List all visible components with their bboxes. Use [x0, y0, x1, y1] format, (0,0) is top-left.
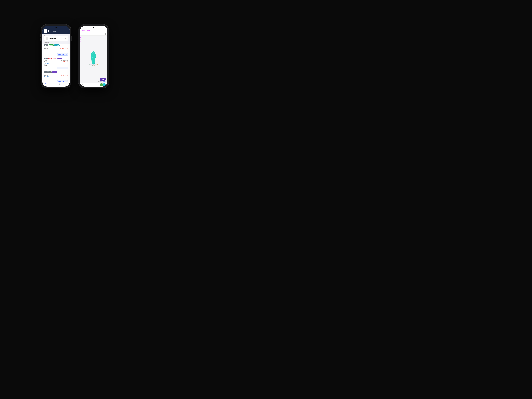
swatch-green	[100, 83, 103, 86]
nav-cases[interactable]: ☰ Cases	[49, 82, 56, 85]
case-card-1: ZR307 MEDIUM Delivered Created At: 12:22…	[42, 44, 70, 57]
right-phone-screen: File Viewer ✕ Preview ⬇ ⛶	[80, 26, 107, 87]
case-3-created-row: Created At: 05:30 AM Mon, 8th Apr, 2024	[44, 74, 68, 75]
nav-bills-label: Bills	[59, 84, 60, 85]
more-icon: ···	[65, 82, 67, 84]
case-1-id-badge: ZR307	[44, 44, 48, 46]
case-2-status-badge: Ordered	[57, 58, 62, 59]
nav-more[interactable]: ··· More	[63, 82, 70, 85]
case-details-arrow-icon-2: →	[66, 67, 67, 69]
app-logo: DN	[44, 29, 47, 33]
case-1-details-button[interactable]: CASE DETAILS →	[44, 53, 68, 56]
sidebar-letter-an: An	[80, 37, 82, 38]
dentnode-app: DN DentNode Quick Actions New Case	[42, 26, 70, 87]
download-icon[interactable]: ⬇	[101, 33, 103, 35]
swatch-teal	[103, 83, 106, 86]
case-2-due-row: Due Date: Tue, 9th Apr, 2024	[44, 61, 68, 62]
new-case-text: New Case	[49, 38, 56, 39]
file-viewer-title: File Viewer	[82, 30, 90, 32]
camera-notch	[56, 27, 57, 28]
watermark-brand: LabDash	[102, 81, 106, 82]
file-viewer-topbar: File Viewer ✕	[80, 26, 107, 33]
case-1-badges: ZR307 MEDIUM Delivered	[44, 44, 68, 46]
power-button-right	[109, 36, 109, 41]
case-1-status-badge: Delivered	[54, 44, 60, 46]
right-phone-shell: File Viewer ✕ Preview ⬇ ⛶	[78, 24, 109, 88]
right-phone-shadow	[82, 88, 106, 91]
viewer-watermark: 3D Master | LabDash	[98, 81, 106, 82]
app-title: DentNode	[48, 30, 56, 32]
viewer-bottom-strip: U5	[80, 83, 107, 87]
case-2-created-row: Created At: 05:30 AM Mon, 8th Apr, 2024	[44, 60, 68, 61]
scene: DN DentNode Quick Actions New Case	[0, 0, 150, 113]
case-3-priority-badge: LOW	[48, 71, 52, 73]
left-phone-screen: DN DentNode Quick Actions New Case	[42, 26, 70, 87]
camera-notch-right	[93, 27, 94, 28]
active-cases-label: Active Cases (3)	[42, 42, 70, 44]
case-3-status-badge: Ordered	[52, 71, 57, 73]
case-2-name: Name:	[44, 64, 68, 65]
nav-bills[interactable]: 📄 Bills	[56, 82, 63, 85]
case-3-patient-label: Patient Details	[44, 76, 68, 77]
left-phone-shadow	[44, 88, 68, 91]
case-3-badges: SD42 LOW Ordered	[44, 71, 68, 73]
ok-button[interactable]: OK	[100, 78, 106, 81]
bills-icon: 📄	[58, 82, 60, 84]
volume-down-button	[40, 38, 41, 41]
case-card-2: SD15 VERY_URGENT Ordered Created At: 05:…	[42, 57, 70, 70]
case-3-details-button[interactable]: CASE DETAILS →	[44, 80, 68, 82]
file-viewer-content: Jo An No Ca	[80, 36, 107, 83]
case-1-priority-badge: MEDIUM	[49, 44, 54, 46]
nav-home-label: Home	[45, 84, 47, 85]
case-2-details-button[interactable]: CASE DETAILS →	[44, 67, 68, 69]
file-viewer-tabs: Preview ⬇ ⛶	[80, 33, 107, 36]
expand-icon[interactable]: ⛶	[104, 33, 106, 35]
case-2-job: Job: PFM	[44, 65, 68, 66]
new-case-left: New Case	[45, 37, 56, 40]
close-icon[interactable]: ✕	[104, 29, 106, 32]
case-3-job: Job: PFM	[44, 79, 68, 80]
volume-up-button	[40, 34, 41, 37]
case-1-due-row: Due Date: Sun, 14th Apr, 2024	[44, 48, 68, 49]
tab-actions: ⬇ ⛶	[101, 33, 106, 35]
bottom-navigation: ⌂ Home ☰ Cases 📄 Bills ···	[42, 82, 70, 87]
case-1-job: Job: Zirconia	[44, 52, 68, 53]
arrow-right-icon: →	[65, 38, 67, 39]
cases-list: ZR307 MEDIUM Delivered Created At: 12:22…	[42, 44, 70, 82]
left-phone-shell: DN DentNode Quick Actions New Case	[41, 24, 71, 88]
quick-actions-label: Quick Actions	[42, 34, 70, 36]
nav-more-label: More	[65, 84, 67, 85]
sidebar-letter-ca: Ca	[80, 41, 82, 42]
strip-color-swatches	[100, 83, 106, 86]
sidebar-letter-jo: Jo	[80, 36, 82, 37]
case-2-badges: SD15 VERY_URGENT Ordered	[44, 58, 68, 59]
case-3-id-badge: SD42	[44, 71, 48, 73]
case-3-due-row: Due Date: Mon, 8th Apr, 2024	[44, 75, 68, 76]
nav-cases-label: Cases	[51, 84, 54, 85]
cases-icon: ☰	[52, 82, 53, 84]
viewer-sidebar: Jo An No Ca	[80, 36, 82, 83]
case-2-priority-badge: VERY_URGENT	[48, 58, 56, 59]
case-card-3: SD42 LOW Ordered Created At: 05:30 AM Mo…	[42, 70, 70, 82]
case-2-patient-label: Patient Details	[44, 63, 68, 64]
grid-icon	[45, 37, 48, 40]
preview-tab[interactable]: Preview	[82, 33, 88, 35]
case-1-created-row: Created At: 12:22 AM Thu, 11th Apr, 2024	[44, 47, 68, 48]
new-case-button[interactable]: New Case →	[44, 36, 68, 41]
volume-down-button-right	[78, 38, 78, 41]
case-1-name: Name:	[44, 51, 68, 51]
case-2-id-badge: SD15	[44, 58, 48, 59]
app-body: Quick Actions New Case → Active Cases (3…	[42, 34, 70, 87]
home-icon: ⌂	[45, 82, 46, 84]
case-1-patient-label: Patient Details	[44, 49, 68, 50]
logo-text: DN	[45, 30, 47, 32]
strip-label: U5	[82, 84, 83, 85]
case-3-name: Name:	[44, 77, 68, 78]
volume-up-button-right	[78, 34, 78, 37]
tooth-3d-model	[87, 50, 100, 69]
case-details-arrow-icon: →	[66, 54, 67, 55]
nav-home[interactable]: ⌂ Home	[42, 82, 49, 85]
sidebar-letter-no: No	[80, 39, 82, 40]
file-viewer-app: File Viewer ✕ Preview ⬇ ⛶	[80, 26, 107, 87]
power-button	[71, 36, 72, 41]
